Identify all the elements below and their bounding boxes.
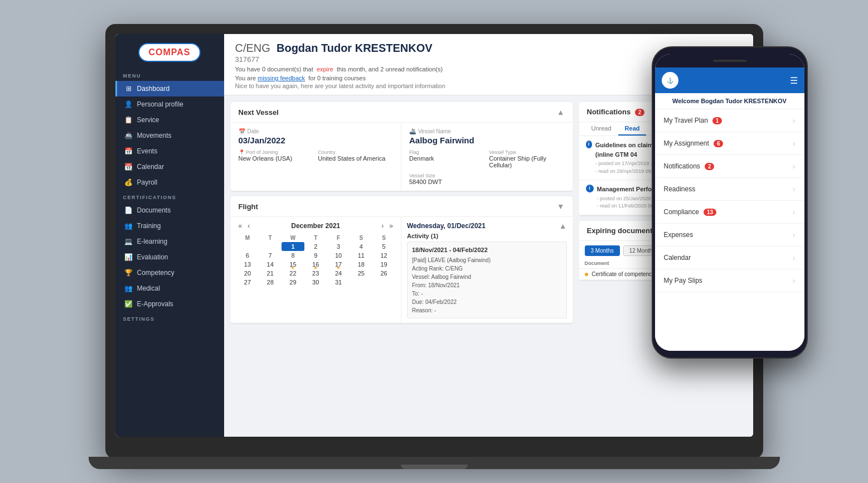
cal-day-cell[interactable]: 30 [304,278,327,287]
cal-day-f: F [327,234,350,242]
cal-day-cell[interactable]: 31 [327,278,350,287]
activity-collapse-icon[interactable]: ▲ [559,221,567,230]
sidebar-item-evaluation[interactable]: 📊 Evaluation [115,249,224,265]
sidebar-item-label: E-Approvals [137,300,173,308]
phone-nav-my-assignment-label: My Assignment [664,139,709,147]
calendar-nav: « ‹ December 2021 › » [236,221,396,230]
phone-nav-arrow-travel-plan: › [793,116,796,125]
cal-day-cell[interactable]: 23 [304,269,327,278]
cal-next-next-btn[interactable]: » [387,221,395,230]
cal-day-cell[interactable]: 2 [304,242,327,251]
menu-section-label: MENU [115,69,224,81]
cal-day-cell[interactable]: 28 [259,278,282,287]
cal-day-cell[interactable]: 7 [259,251,282,260]
cal-day-cell[interactable]: 14 [259,260,282,269]
laptop-shell: COMPAS MENU ⊞ Dashboard 👤 Personal profi… [105,24,763,459]
cal-day-m: M [236,234,259,242]
flight-title: Flight [239,202,258,211]
vessel-name-value: Aalbog Fairwind [409,136,565,145]
vessel-size-label: Vessel Size [409,173,484,178]
phone-nav-pay-slips-left: My Pay Slips [664,277,702,284]
notif-tab-unread[interactable]: Unread [585,122,618,136]
cal-day-cell[interactable]: 10 [327,251,350,260]
cal-day-cell[interactable]: 21 [259,269,282,278]
phone-nav-travel-plan-badge: 1 [712,117,722,124]
medical-icon: 👥 [125,284,133,292]
cal-prev-prev-btn[interactable]: « [236,221,245,230]
cal-day-cell[interactable]: 27 [236,278,259,287]
next-vessel-card: Next Vessel ▲ 📅 Date 03/Jan/2022 [231,102,573,191]
sidebar-item-training[interactable]: 👥 Training [115,218,224,234]
cal-day-cell[interactable]: 4 [350,242,372,251]
sidebar-item-payroll[interactable]: 💰 Payroll [115,175,224,190]
collapse-icon[interactable]: ▲ [557,108,565,117]
cal-event-dot [292,267,294,269]
exp-tab-3months[interactable]: 3 Months [585,245,620,256]
cal-day-cell[interactable]: 29 [282,278,304,287]
sidebar-item-personal-profile[interactable]: 👤 Personal profile [115,96,224,112]
sidebar: COMPAS MENU ⊞ Dashboard 👤 Personal profi… [115,34,224,437]
sidebar-item-movements[interactable]: 🚢 Movements [115,128,224,143]
cal-day-cell[interactable]: 24 [327,269,350,278]
missing-feedback-link[interactable]: missing feedback [258,75,305,81]
cal-day-cell[interactable]: 9 [304,251,327,260]
phone-logo-icon: ⚓ [662,72,678,89]
sidebar-item-events[interactable]: 📅 Events [115,143,224,159]
phone-nav-arrow-pay-slips: › [793,276,796,285]
sidebar-item-elearning[interactable]: 💻 E-learning [115,234,224,249]
expand-icon[interactable]: ▼ [557,202,565,211]
cal-day-cell[interactable]: 13 [236,260,259,269]
port-item: 📍 Port of Joining New Orleans (USA) [239,149,314,162]
cal-day-cell[interactable]: 6 [236,251,259,260]
cal-day-cell[interactable]: 25 [350,269,372,278]
phone-nav-notifications[interactable]: Notifications 2 › [655,155,804,178]
phone-screen: ⚓ ☰ Welcome Bogdan Tudor KRESTENKOV My T… [655,54,804,351]
cal-day-cell[interactable]: 5 [372,242,395,251]
sidebar-item-dashboard[interactable]: ⊞ Dashboard [115,81,224,96]
cal-next-btn[interactable]: › [379,221,386,230]
sidebar-item-eapprovals[interactable]: ✅ E-Approvals [115,296,224,312]
sidebar-item-medical[interactable]: 👥 Medical [115,281,224,296]
cal-day-cell[interactable]: 19 [372,260,395,269]
phone-nav-expenses[interactable]: Expenses › [655,224,804,247]
phone-hamburger-icon[interactable]: ☰ [790,75,798,86]
cal-day-cell[interactable]: 8 [282,251,304,260]
cal-day-cell[interactable]: 3 [327,242,350,251]
elearning-icon: 💻 [125,238,133,245]
sidebar-item-documents[interactable]: 📄 Documents [115,202,224,218]
sidebar-item-calendar[interactable]: 📆 Calendar [115,159,224,175]
cal-day-cell [236,242,259,251]
cal-day-cell[interactable]: 18 [350,260,372,269]
cal-day-cell[interactable]: 12 [372,251,395,260]
activity-range: 18/Nov/2021 - 04/Feb/2022 [412,245,562,255]
cal-day-cell[interactable]: 1 [282,242,304,251]
cal-prev-btn[interactable]: ‹ [245,221,252,230]
cal-day-cell[interactable]: 26 [372,269,395,278]
phone-nav-calendar[interactable]: Calendar › [655,247,804,269]
sidebar-item-service[interactable]: 📋 Service [115,112,224,128]
sidebar-item-competency[interactable]: 🏆 Competency [115,265,224,281]
cal-day-cell[interactable]: 17 [327,260,350,269]
country-item: Country United States of America [318,149,393,162]
next-vessel-header: Next Vessel ▲ [231,102,573,123]
calendar-grid: M T W T F S S [236,234,396,287]
phone-nav-my-assignment-left: My Assignment 6 [664,139,724,147]
activity-section: Wednesday, 01/Dec/2021 ▲ Activity (1) 18… [401,217,573,323]
cal-day-cell[interactable]: 20 [236,269,259,278]
phone-nav-my-assignment[interactable]: My Assignment 6 › [655,132,804,155]
notif-tab-read[interactable]: Read [618,122,647,136]
cal-day-cell[interactable]: 16 [304,260,327,269]
phone-nav-readiness[interactable]: Readiness › [655,178,804,201]
cal-day-cell[interactable]: 15 [282,260,304,269]
cal-day-cell[interactable]: 11 [350,251,372,260]
sidebar-item-label: Dashboard [137,85,170,93]
phone-nav-travel-plan[interactable]: My Travel Plan 1 › [655,109,804,132]
cal-day-cell[interactable]: 22 [282,269,304,278]
cal-next-arrows: › » [379,221,395,230]
phone-nav-pay-slips[interactable]: My Pay Slips › [655,269,804,292]
country-label: Country [318,149,393,155]
phone-nav-compliance[interactable]: Compliance 13 › [655,201,804,224]
phone-nav-list: My Travel Plan 1 › My Assignment 6 › Not… [655,109,804,351]
competency-icon: 🏆 [125,269,133,277]
laptop-base [89,457,780,469]
